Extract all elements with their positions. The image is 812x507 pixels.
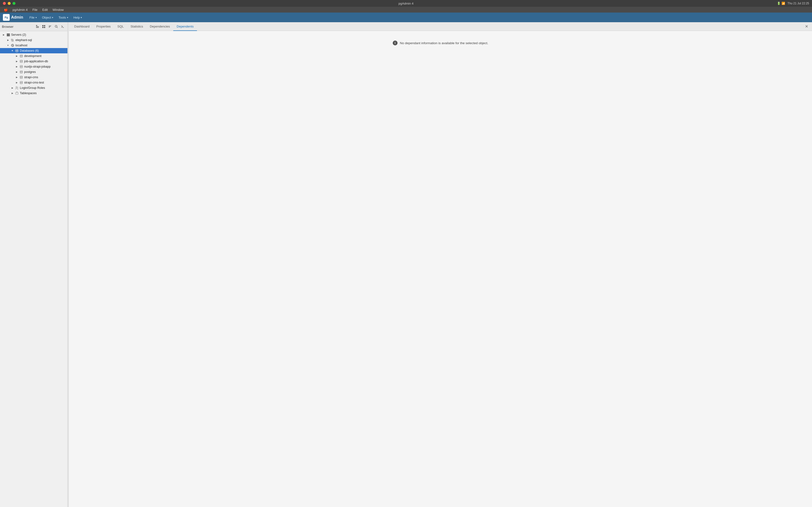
tab-statistics[interactable]: Statistics <box>127 22 146 31</box>
tab-dependents[interactable]: Dependents <box>173 22 197 31</box>
tab-dependencies[interactable]: Dependencies <box>146 22 173 31</box>
elephant-sql-icon: 🐘 <box>11 38 14 42</box>
sidebar: Browser <box>0 22 68 507</box>
strapi-cms-label: strapi-cms <box>24 75 38 79</box>
svg-rect-42 <box>16 93 18 95</box>
app-menu-pgadmin[interactable]: pgAdmin 4 <box>11 7 30 12</box>
nuxtjs-strapi-jobapp-icon <box>19 65 23 68</box>
tree-item-job-application-db[interactable]: ▶ job-application-db <box>0 59 67 64</box>
apple-menu[interactable]: 🍎 <box>2 7 10 12</box>
development-label: development <box>24 54 42 58</box>
title-bar: pgAdmin 4 🔋 📶 Thu 21 Jul 22:25 <box>0 0 812 7</box>
grid-icon <box>42 25 45 28</box>
search-icon <box>55 25 58 28</box>
search-btn[interactable] <box>53 24 59 30</box>
tab-sql[interactable]: SQL <box>114 22 127 31</box>
tree-item-databases[interactable]: ▼ Databases (6) <box>0 48 67 53</box>
system-icons: 🔋 📶 <box>777 2 785 5</box>
sort-btn[interactable] <box>47 24 53 30</box>
sidebar-header: Browser <box>0 22 67 31</box>
svg-point-16 <box>9 35 9 36</box>
svg-line-11 <box>57 27 58 28</box>
postgres-label: postgres <box>24 70 36 74</box>
strapi-cms-expand-icon[interactable]: ▶ <box>15 75 18 79</box>
servers-label: Servers (2) <box>11 33 26 37</box>
login-group-roles-icon <box>15 86 19 90</box>
elephant-sql-label: elephant-sql <box>15 38 32 42</box>
macos-menu-bar: 🍎 pgAdmin 4 File Edit Window <box>0 7 812 12</box>
servers-expand-icon[interactable]: ▶ <box>2 33 5 37</box>
app-menu-edit[interactable]: Edit <box>40 7 50 12</box>
strapi-cms-icon <box>19 75 23 79</box>
sort-icon <box>48 25 52 28</box>
grid-view-btn[interactable] <box>41 24 47 30</box>
menu-object[interactable]: Object ▾ <box>40 15 56 20</box>
pgadmin-logo: Pg Admin <box>3 14 23 21</box>
postgres-icon <box>19 70 23 74</box>
svg-point-22 <box>20 55 22 56</box>
svg-rect-3 <box>42 25 44 26</box>
svg-point-41 <box>17 87 18 88</box>
window-title: pgAdmin 4 <box>399 2 413 5</box>
login-group-roles-expand-icon[interactable]: ▶ <box>11 86 14 90</box>
tree-item-localhost[interactable]: ▼ localhost <box>0 43 67 48</box>
menu-help[interactable]: Help ▾ <box>71 15 85 20</box>
job-application-db-expand-icon[interactable]: ▶ <box>15 60 18 63</box>
tree-item-development[interactable]: ▶ development <box>0 53 67 59</box>
tablespaces-expand-icon[interactable]: ▶ <box>11 92 14 95</box>
development-icon <box>19 54 23 58</box>
localhost-expand-icon[interactable]: ▼ <box>6 44 10 47</box>
nuxtjs-strapi-jobapp-expand-icon[interactable]: ▶ <box>15 65 18 68</box>
sidebar-toolbar <box>35 24 65 30</box>
databases-label: Databases (6) <box>20 49 39 52</box>
info-message: i No dependant information is available … <box>393 41 488 45</box>
strapi-cms-test-expand-icon[interactable]: ▶ <box>15 81 18 84</box>
svg-rect-4 <box>44 25 45 26</box>
tree-icon <box>36 25 39 28</box>
tree-item-tablespaces[interactable]: ▶ Tablespaces <box>0 91 67 96</box>
strapi-cms-test-icon <box>19 80 23 84</box>
svg-rect-2 <box>36 27 39 28</box>
tree-item-elephant-sql[interactable]: ▶ 🐘 elephant-sql <box>0 38 67 43</box>
app-menu-file[interactable]: File <box>31 7 39 12</box>
databases-expand-icon[interactable]: ▼ <box>11 49 14 52</box>
elephant-sql-expand-icon[interactable]: ▶ <box>6 38 10 42</box>
close-button[interactable] <box>3 2 6 5</box>
development-expand-icon[interactable]: ▶ <box>15 54 18 58</box>
localhost-icon <box>11 44 14 47</box>
app-header: Pg Admin File ▾ Object ▾ Tools ▾ Help ▾ <box>0 12 812 22</box>
strapi-cms-test-label: strapi-cms-test <box>24 81 44 84</box>
menu-file[interactable]: File ▾ <box>27 15 39 20</box>
tree-item-strapi-cms-test[interactable]: ▶ strapi-cms-test <box>0 80 67 85</box>
resize-handle[interactable] <box>68 22 69 507</box>
query-btn[interactable] <box>60 24 65 30</box>
tab-dashboard[interactable]: Dashboard <box>71 22 93 31</box>
content-area: Dashboard Properties SQL Statistics Depe… <box>69 22 812 507</box>
minimize-button[interactable] <box>8 2 11 5</box>
svg-point-25 <box>20 60 22 61</box>
main-layout: Browser <box>0 22 812 507</box>
login-group-roles-label: Login/Group Roles <box>20 86 45 90</box>
info-text: No dependant information is available fo… <box>400 41 488 45</box>
menu-tools[interactable]: Tools ▾ <box>56 15 70 20</box>
tree-item-login-group-roles[interactable]: ▶ Login/Group Roles <box>0 85 67 91</box>
tree-item-postgres[interactable]: ▶ postgres <box>0 69 67 74</box>
svg-point-40 <box>16 87 17 88</box>
tablespaces-icon <box>15 91 19 95</box>
servers-icon <box>6 33 10 37</box>
tree-item-servers[interactable]: ▶ Servers (2) <box>0 32 67 38</box>
tabs-close-button[interactable]: ✕ <box>803 22 810 31</box>
tree-view-btn[interactable] <box>35 24 40 30</box>
job-application-db-label: job-application-db <box>24 60 48 63</box>
svg-point-15 <box>9 34 9 34</box>
info-icon: i <box>393 41 398 45</box>
tree-item-strapi-cms[interactable]: ▶ strapi-cms <box>0 74 67 80</box>
job-application-db-icon <box>19 59 23 63</box>
postgres-expand-icon[interactable]: ▶ <box>15 70 18 74</box>
tree-item-nuxtjs-strapi-jobapp[interactable]: ▶ nuxtjs-strapi-jobapp <box>0 64 67 69</box>
maximize-button[interactable] <box>12 2 15 5</box>
svg-rect-6 <box>44 27 45 28</box>
app-menu-window[interactable]: Window <box>51 7 66 12</box>
tab-properties[interactable]: Properties <box>93 22 114 31</box>
svg-point-31 <box>20 71 22 72</box>
